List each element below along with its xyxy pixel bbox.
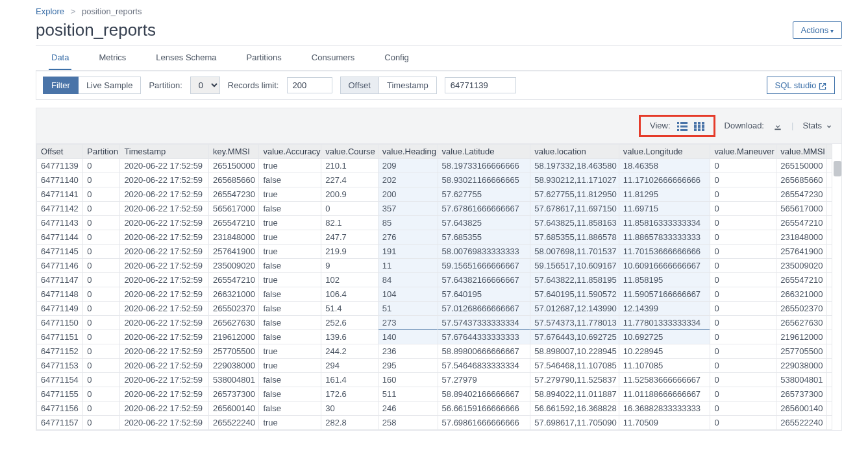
tab-consumers[interactable]: Consumers	[309, 46, 357, 70]
chevron-down-icon	[826, 121, 832, 130]
table-cell	[826, 187, 832, 201]
svg-rect-12	[694, 128, 697, 131]
col-value-mmsi[interactable]: value.MMSI	[776, 144, 826, 158]
table-row[interactable]: 6477114802020-06-22 17:52:59266321000fal…	[37, 287, 832, 301]
col-partition[interactable]: Partition	[83, 144, 120, 158]
table-cell: 11.52583666666667	[619, 372, 710, 387]
tab-data[interactable]: Data	[49, 46, 71, 70]
divider: |	[791, 121, 793, 130]
tab-partitions[interactable]: Partitions	[244, 46, 284, 70]
offset-input[interactable]	[445, 77, 516, 93]
table-cell: 265547230	[208, 187, 258, 201]
table-cell: 0	[83, 387, 120, 401]
table-cell	[826, 244, 832, 258]
table-row[interactable]: 6477113902020-06-22 17:52:59265150000tru…	[37, 158, 832, 173]
table-cell: 2020-06-22 17:52:59	[120, 344, 209, 358]
table-row[interactable]: 6477115202020-06-22 17:52:59257705500tru…	[37, 344, 832, 358]
table-cell: 2020-06-22 17:52:59	[120, 244, 209, 258]
table-cell: 0	[710, 230, 776, 244]
table-cell: 51.4	[321, 301, 378, 315]
svg-rect-11	[702, 125, 704, 128]
table-cell: 2020-06-22 17:52:59	[120, 387, 209, 401]
svg-rect-7	[698, 122, 701, 125]
panel-toolbar: View: Download: | Stats	[36, 108, 841, 144]
col-location[interactable]: value.location	[530, 144, 619, 158]
offset-toggle[interactable]: Offset	[341, 77, 378, 93]
table-cell: 10.60916666666667	[619, 258, 710, 272]
col-course[interactable]: value.Course	[321, 144, 378, 158]
tab-config[interactable]: Config	[382, 46, 412, 70]
col-accuracy[interactable]: value.Accuracy	[259, 144, 321, 158]
table-row[interactable]: 6477115402020-06-22 17:52:59538004801fal…	[37, 372, 832, 387]
table-cell: 265600140	[776, 401, 826, 415]
table-cell: 265737300	[208, 387, 258, 401]
table-cell: 0	[83, 301, 120, 315]
table-cell	[826, 215, 832, 230]
live-sample-button[interactable]: Live Sample	[79, 77, 142, 94]
table-cell: 64771141	[37, 187, 83, 201]
table-cell: 58.894022,11.011887	[530, 387, 619, 401]
records-limit-label: Records limit:	[228, 80, 279, 90]
table-cell: 11.59057166666667	[619, 287, 710, 301]
table-scroll[interactable]: Offset Partition Timestamp key.MMSI valu…	[36, 144, 841, 430]
table-row[interactable]: 6477114902020-06-22 17:52:59265502370fal…	[37, 301, 832, 315]
actions-button[interactable]: Actions	[793, 21, 842, 39]
partition-select[interactable]: 0	[190, 77, 220, 94]
table-cell: 59.15651666666667	[438, 258, 530, 272]
table-cell	[826, 272, 832, 287]
list-view-icon[interactable]	[677, 121, 688, 131]
table-row[interactable]: 6477114402020-06-22 17:52:59231848000tru…	[37, 230, 832, 244]
table-row[interactable]: 6477115702020-06-22 17:52:59265522240tru…	[37, 415, 832, 429]
table-row[interactable]: 6477114302020-06-22 17:52:59265547210tru…	[37, 215, 832, 230]
table-cell: 209	[378, 158, 438, 173]
table-cell: 57.67861666666667	[438, 201, 530, 215]
offset-timestamp-toggle: Offset Timestamp	[340, 77, 437, 94]
col-maneuver[interactable]: value.Maneuver	[710, 144, 776, 158]
table-cell: 265522240	[208, 415, 258, 429]
scrollbar-handle[interactable]	[834, 161, 841, 176]
table-cell: 102	[321, 272, 378, 287]
table-row[interactable]: 6477115002020-06-22 17:52:59265627630fal…	[37, 315, 832, 329]
table-cell: 538004801	[208, 372, 258, 387]
table-cell: 2020-06-22 17:52:59	[120, 173, 209, 187]
svg-rect-10	[698, 125, 701, 128]
table-cell: 200.9	[321, 187, 378, 201]
table-cell: 18.46358	[619, 158, 710, 173]
timestamp-toggle[interactable]: Timestamp	[378, 77, 436, 93]
table-row[interactable]: 6477114502020-06-22 17:52:59257641900tru…	[37, 244, 832, 258]
table-row[interactable]: 6477114602020-06-22 17:52:59235009020fal…	[37, 258, 832, 272]
grid-view-icon[interactable]	[694, 121, 704, 131]
table-row[interactable]: 6477114102020-06-22 17:52:59265547230tru…	[37, 187, 832, 201]
table-cell: true	[259, 187, 321, 201]
table-cell: 57.676443,10.692725	[530, 329, 619, 344]
col-longitude[interactable]: value.Longitude	[619, 144, 710, 158]
table-row[interactable]: 6477114002020-06-22 17:52:59265685660fal…	[37, 173, 832, 187]
breadcrumb-root[interactable]: Explore	[36, 6, 64, 16]
table-row[interactable]: 6477115502020-06-22 17:52:59265737300fal…	[37, 387, 832, 401]
col-key-mmsi[interactable]: key.MMSI	[208, 144, 258, 158]
col-latitude[interactable]: value.Latitude	[438, 144, 530, 158]
tab-lenses-schema[interactable]: Lenses Schema	[153, 46, 219, 70]
col-timestamp[interactable]: Timestamp	[120, 144, 209, 158]
table-row[interactable]: 6477114202020-06-22 17:52:59565617000fal…	[37, 201, 832, 215]
table-cell	[826, 329, 832, 344]
table-cell: 0	[710, 215, 776, 230]
sql-studio-button[interactable]: SQL studio	[767, 77, 835, 94]
stats-toggle[interactable]: Stats	[802, 121, 832, 130]
col-offset[interactable]: Offset	[37, 144, 83, 158]
table-cell: 235009020	[208, 258, 258, 272]
table-cell: false	[259, 173, 321, 187]
records-limit-input[interactable]	[287, 77, 332, 93]
table-row[interactable]: 6477114702020-06-22 17:52:59265547210tru…	[37, 272, 832, 287]
tab-metrics[interactable]: Metrics	[96, 46, 129, 70]
svg-rect-0	[677, 122, 679, 124]
table-row[interactable]: 6477115602020-06-22 17:52:59265600140fal…	[37, 401, 832, 415]
table-cell: 58.930212,11.171027	[530, 173, 619, 187]
table-row[interactable]: 6477115102020-06-22 17:52:59219612000fal…	[37, 329, 832, 344]
table-cell: 0	[710, 158, 776, 173]
table-cell: 58.007698,11.701537	[530, 244, 619, 258]
download-icon[interactable]	[773, 121, 782, 131]
table-row[interactable]: 6477115302020-06-22 17:52:59229038000tru…	[37, 358, 832, 372]
col-heading[interactable]: value.Heading	[378, 144, 438, 158]
filter-button[interactable]: Filter	[43, 77, 79, 94]
